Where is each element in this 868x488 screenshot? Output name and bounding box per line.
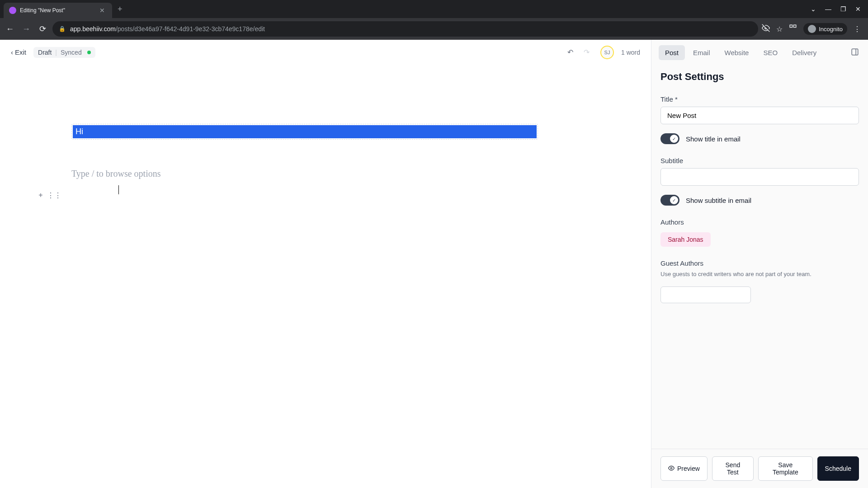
text-cursor	[118, 185, 615, 196]
editor-area: ‹ Exit Draft | Synced ↶ ↷ SJ 1 word + ⋮⋮	[0, 40, 651, 488]
guest-help-text: Use guests to credit writers who are not…	[660, 271, 859, 277]
incognito-icon	[808, 25, 816, 33]
content-block[interactable]: Hi	[71, 124, 538, 140]
word-count: 1 word	[621, 49, 640, 56]
svg-rect-2	[794, 25, 796, 27]
tab-delivery[interactable]: Delivery	[786, 45, 823, 60]
show-subtitle-toggle[interactable]: ✓	[660, 195, 679, 206]
tab-email[interactable]: Email	[687, 45, 717, 60]
show-title-toggle[interactable]: ✓	[660, 133, 679, 144]
subtitle-label: Subtitle	[660, 157, 859, 164]
browser-tab-strip: Editing "New Post" ✕ + ⌄ ― ❐ ✕	[0, 0, 868, 18]
guest-authors-label: Guest Authors	[660, 259, 859, 267]
user-avatar[interactable]: SJ	[600, 46, 614, 59]
menu-icon[interactable]: ⋮	[854, 25, 861, 33]
tab-website[interactable]: Website	[718, 45, 755, 60]
url-text: app.beehiiv.com/posts/d3e46a97-f642-4d91…	[70, 25, 265, 33]
address-bar[interactable]: 🔒 app.beehiiv.com/posts/d3e46a97-f642-4d…	[52, 21, 758, 37]
maximize-icon[interactable]: ❐	[840, 5, 846, 13]
sync-dot-icon	[87, 51, 91, 54]
send-test-button[interactable]: Send Test	[712, 456, 754, 481]
browser-tab[interactable]: Editing "New Post" ✕	[4, 3, 112, 18]
draft-status-badge: Draft | Synced	[33, 47, 95, 58]
tab-title: Editing "New Post"	[20, 7, 98, 14]
show-subtitle-label: Show subtitle in email	[686, 197, 751, 204]
chevron-left-icon: ‹	[11, 48, 13, 56]
check-icon: ✓	[670, 196, 678, 204]
window-controls: ⌄ ― ❐ ✕	[811, 5, 868, 13]
author-chip[interactable]: Sarah Jonas	[660, 232, 711, 247]
incognito-badge[interactable]: Incognito	[803, 23, 847, 35]
preview-button[interactable]: Preview	[660, 456, 708, 481]
chevron-down-icon[interactable]: ⌄	[811, 5, 816, 13]
favicon-icon	[9, 7, 16, 14]
editor-header: ‹ Exit Draft | Synced ↶ ↷ SJ 1 word	[0, 40, 651, 65]
editor-body[interactable]: + ⋮⋮ Hi Type / to browse options	[0, 65, 651, 488]
tab-seo[interactable]: SEO	[757, 45, 784, 60]
collapse-panel-icon[interactable]	[849, 46, 861, 60]
title-input[interactable]	[660, 107, 859, 124]
show-title-label: Show title in email	[686, 135, 741, 143]
title-label: Title *	[660, 95, 859, 103]
close-window-icon[interactable]: ✕	[855, 5, 861, 13]
schedule-button[interactable]: Schedule	[817, 456, 859, 481]
eye-icon	[668, 465, 675, 473]
tab-post[interactable]: Post	[659, 45, 685, 60]
browser-toolbar: ← → ⟳ 🔒 app.beehiiv.com/posts/d3e46a97-f…	[0, 18, 868, 40]
drag-handle-icon[interactable]: ⋮⋮	[49, 190, 60, 201]
settings-title: Post Settings	[660, 71, 859, 83]
eye-off-icon[interactable]	[762, 24, 770, 34]
close-tab-icon[interactable]: ✕	[98, 7, 107, 14]
sidebar-footer: Preview Send Test Save Template Schedule	[651, 449, 868, 488]
save-template-button[interactable]: Save Template	[758, 456, 813, 481]
redo-button[interactable]: ↷	[580, 46, 593, 59]
check-icon: ✓	[670, 135, 678, 143]
undo-button[interactable]: ↶	[564, 46, 577, 59]
settings-sidebar: Post Email Website SEO Delivery Post Set…	[651, 40, 868, 488]
svg-point-5	[670, 467, 672, 469]
svg-rect-3	[852, 49, 858, 55]
guest-author-input[interactable]	[660, 286, 751, 303]
sidebar-tabs: Post Email Website SEO Delivery	[651, 40, 868, 66]
minimize-icon[interactable]: ―	[825, 5, 831, 13]
star-icon[interactable]: ☆	[776, 25, 783, 33]
exit-button[interactable]: ‹ Exit	[11, 48, 26, 56]
svg-rect-1	[790, 25, 792, 27]
lock-icon: 🔒	[59, 26, 66, 32]
slash-placeholder: Type / to browse options	[71, 169, 615, 179]
authors-label: Authors	[660, 218, 859, 226]
back-button[interactable]: ←	[4, 23, 16, 35]
extensions-icon[interactable]	[789, 24, 797, 34]
forward-button[interactable]: →	[20, 23, 33, 35]
subtitle-input[interactable]	[660, 168, 859, 186]
selected-text[interactable]: Hi	[73, 125, 537, 138]
add-block-button[interactable]: +	[35, 190, 46, 201]
reload-button[interactable]: ⟳	[36, 23, 49, 35]
new-tab-button[interactable]: +	[118, 5, 123, 14]
